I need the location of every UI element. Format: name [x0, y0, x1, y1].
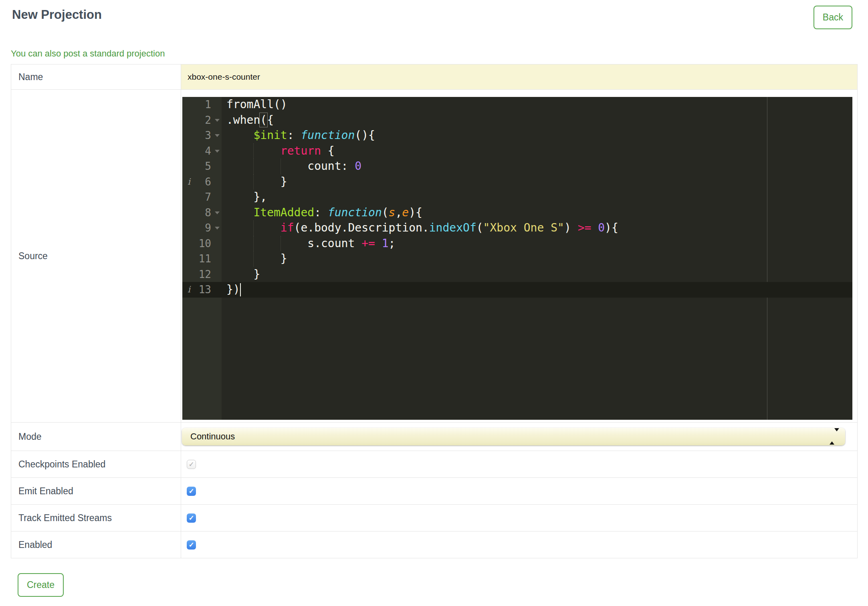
code-token: }	[226, 175, 287, 188]
code-token: function	[328, 206, 382, 219]
code-token: s.count	[226, 237, 361, 250]
code-token: }	[226, 252, 287, 265]
track-emitted-streams-label: Track Emitted Streams	[11, 505, 181, 531]
track-emitted-streams-row: Track Emitted Streams ✓	[11, 505, 857, 532]
code-line: .when({	[222, 113, 852, 128]
editor-gutter: 12345i6789101112i13	[182, 97, 222, 420]
indent-guide	[253, 236, 254, 252]
code-token: count:	[226, 159, 355, 173]
code-token	[375, 237, 382, 250]
code-token: ){	[409, 206, 422, 219]
enabled-checkbox[interactable]: ✓	[187, 540, 196, 550]
code-token: indexOf	[429, 221, 476, 234]
code-line: }	[222, 251, 852, 267]
checkpoints-enabled-row: Checkpoints Enabled ✓	[11, 451, 857, 478]
code-token: {	[321, 144, 335, 157]
fold-arrow-icon[interactable]	[215, 119, 220, 122]
code-token: :	[314, 206, 328, 219]
line-number: 7	[182, 189, 222, 205]
checkmark-icon: ✓	[188, 487, 194, 495]
page-title: New Projection	[12, 8, 868, 22]
back-button[interactable]: Back	[813, 6, 852, 29]
line-number: 12	[182, 267, 222, 282]
code-token: :	[287, 129, 301, 142]
fold-arrow-icon[interactable]	[215, 150, 220, 153]
gutter-row: 2	[182, 113, 222, 128]
code-token: 0	[598, 221, 605, 234]
code-token	[591, 221, 598, 234]
code-editor[interactable]: 12345i6789101112i13 fromAll().when({ $in…	[182, 97, 852, 420]
code-token: },	[226, 190, 267, 203]
code-token: 0	[355, 159, 361, 173]
code-token: >=	[578, 221, 591, 234]
checkpoints-enabled-checkbox: ✓	[187, 460, 196, 469]
gutter-row: 7	[182, 189, 222, 205]
code-token: function	[301, 129, 355, 142]
code-line: s.count += 1;	[222, 236, 852, 252]
indent-guide	[253, 159, 254, 174]
emit-enabled-row: Emit Enabled ✓	[11, 478, 857, 505]
enabled-label: Enabled	[11, 532, 181, 558]
projection-form: Name xbox-one-s-counter Source 12345i678…	[11, 64, 858, 558]
code-token: 1	[382, 237, 389, 250]
fold-arrow-icon[interactable]	[215, 134, 220, 137]
page-header: New Projection Back	[0, 0, 868, 40]
line-number: 10	[182, 236, 222, 252]
select-up-arrow-icon	[830, 429, 834, 445]
code-token	[226, 206, 253, 219]
track-emitted-streams-checkbox[interactable]: ✓	[187, 513, 196, 523]
code-line: }	[222, 174, 852, 190]
code-token	[226, 129, 253, 142]
fold-arrow-icon[interactable]	[215, 211, 220, 214]
name-input[interactable]: xbox-one-s-counter	[181, 64, 857, 89]
code-line: },	[222, 189, 852, 205]
code-line: })	[222, 282, 852, 298]
gutter-row: 11	[182, 251, 222, 267]
emit-enabled-label: Emit Enabled	[11, 478, 181, 504]
checkmark-icon: ✓	[188, 514, 194, 522]
line-number: 1	[182, 97, 222, 113]
code-token: +=	[361, 237, 375, 250]
code-token: e	[402, 206, 409, 219]
info-annotation-icon: i	[188, 284, 190, 295]
gutter-row: 9	[182, 220, 222, 236]
code-line: }	[222, 267, 852, 282]
mode-select-value: Continuous	[190, 431, 235, 442]
code-token: )	[564, 221, 578, 234]
gutter-row: 5	[182, 159, 222, 174]
select-stepper-icon	[830, 431, 839, 442]
gutter-row: 10	[182, 236, 222, 252]
mode-select[interactable]: Continuous	[182, 428, 845, 445]
line-number: 11	[182, 251, 222, 267]
code-token: }	[226, 268, 260, 281]
code-token: if	[281, 221, 294, 234]
gutter-row: i13	[182, 282, 222, 298]
indent-guide	[253, 251, 254, 267]
code-token: (){	[355, 129, 375, 142]
code-token: "Xbox One S"	[483, 221, 564, 234]
indent-guide	[253, 174, 254, 190]
info-annotation-icon: i	[188, 176, 190, 187]
code-token: })	[226, 283, 240, 296]
indent-guide	[281, 236, 281, 252]
line-number: 5	[182, 159, 222, 174]
gutter-row: 4	[182, 143, 222, 159]
code-token: ;	[389, 237, 396, 250]
mode-label: Mode	[11, 423, 181, 451]
code-line: if(e.body.Description.indexOf("Xbox One …	[222, 220, 852, 236]
emit-enabled-checkbox[interactable]: ✓	[187, 487, 196, 496]
text-cursor	[240, 283, 241, 296]
indent-guide	[281, 159, 281, 174]
gutter-row: 12	[182, 267, 222, 282]
source-row: Source 12345i6789101112i13 fromAll().whe…	[11, 90, 857, 423]
gutter-row: 1	[182, 97, 222, 113]
code-token: (e.body.Description.	[294, 221, 429, 234]
name-label: Name	[11, 64, 181, 89]
code-token: return	[281, 144, 321, 157]
standard-projection-link[interactable]: You can also post a standard projection	[11, 48, 165, 59]
checkpoints-enabled-label: Checkpoints Enabled	[11, 451, 181, 477]
fold-arrow-icon[interactable]	[215, 227, 220, 230]
indent-guide	[253, 220, 254, 236]
checkmark-icon: ✓	[188, 460, 194, 469]
create-button[interactable]: Create	[18, 573, 64, 597]
